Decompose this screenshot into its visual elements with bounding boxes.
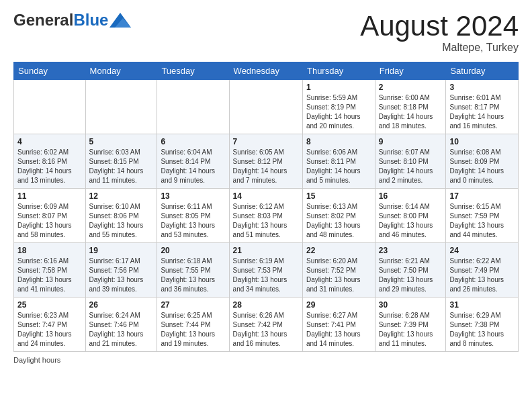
day-info: Sunrise: 6:06 AM Sunset: 8:11 PM Dayligh…: [306, 148, 371, 185]
calendar-week-3: 11Sunrise: 6:09 AM Sunset: 8:07 PM Dayli…: [14, 189, 519, 243]
calendar-week-2: 4Sunrise: 6:02 AM Sunset: 8:16 PM Daylig…: [14, 134, 519, 189]
day-number: 7: [233, 137, 299, 146]
calendar-cell: 11Sunrise: 6:09 AM Sunset: 8:07 PM Dayli…: [14, 189, 86, 243]
day-number: 8: [306, 137, 371, 146]
day-number: 17: [449, 191, 515, 201]
calendar-week-4: 18Sunrise: 6:16 AM Sunset: 7:58 PM Dayli…: [14, 243, 519, 298]
calendar-cell: [157, 80, 229, 134]
day-number: 23: [379, 246, 443, 255]
calendar-week-1: 1Sunrise: 5:59 AM Sunset: 8:19 PM Daylig…: [14, 80, 519, 134]
day-number: 28: [233, 300, 299, 310]
title-block: August 2024 Maltepe, Turkey: [360, 11, 519, 54]
calendar-cell: [14, 80, 86, 134]
calendar-cell: 6Sunrise: 6:04 AM Sunset: 8:14 PM Daylig…: [157, 134, 229, 189]
calendar-cell: 19Sunrise: 6:17 AM Sunset: 7:56 PM Dayli…: [85, 243, 157, 298]
day-number: 15: [306, 191, 371, 201]
calendar-week-5: 25Sunrise: 6:23 AM Sunset: 7:47 PM Dayli…: [14, 298, 519, 352]
calendar-cell: 1Sunrise: 5:59 AM Sunset: 8:19 PM Daylig…: [302, 80, 375, 134]
day-info: Sunrise: 6:11 AM Sunset: 8:05 PM Dayligh…: [161, 202, 225, 240]
day-info: Sunrise: 6:03 AM Sunset: 8:15 PM Dayligh…: [89, 148, 154, 185]
day-number: 27: [161, 300, 225, 310]
calendar-cell: 15Sunrise: 6:13 AM Sunset: 8:02 PM Dayli…: [302, 189, 375, 243]
day-info: Sunrise: 6:23 AM Sunset: 7:47 PM Dayligh…: [17, 311, 82, 349]
day-number: 4: [17, 137, 82, 146]
calendar-cell: 10Sunrise: 6:08 AM Sunset: 8:09 PM Dayli…: [446, 134, 519, 189]
day-info: Sunrise: 6:05 AM Sunset: 8:12 PM Dayligh…: [233, 148, 299, 185]
day-number: 13: [161, 191, 225, 201]
day-number: 21: [233, 246, 299, 255]
calendar-cell: 9Sunrise: 6:07 AM Sunset: 8:10 PM Daylig…: [375, 134, 446, 189]
day-number: 30: [379, 300, 443, 310]
day-header-monday: Monday: [85, 62, 157, 80]
calendar-cell: 28Sunrise: 6:26 AM Sunset: 7:42 PM Dayli…: [229, 298, 302, 352]
calendar-cell: 7Sunrise: 6:05 AM Sunset: 8:12 PM Daylig…: [229, 134, 302, 189]
day-info: Sunrise: 6:16 AM Sunset: 7:58 PM Dayligh…: [17, 257, 82, 294]
day-number: 3: [449, 83, 515, 92]
day-info: Sunrise: 6:07 AM Sunset: 8:10 PM Dayligh…: [379, 148, 443, 185]
calendar-cell: 23Sunrise: 6:21 AM Sunset: 7:50 PM Dayli…: [375, 243, 446, 298]
day-header-sunday: Sunday: [14, 62, 86, 80]
page: General Blue August 2024 Maltepe, Turkey…: [0, 0, 532, 411]
calendar-table: SundayMondayTuesdayWednesdayThursdayFrid…: [13, 62, 519, 352]
calendar-cell: 14Sunrise: 6:12 AM Sunset: 8:03 PM Dayli…: [229, 189, 302, 243]
calendar-cell: 12Sunrise: 6:10 AM Sunset: 8:06 PM Dayli…: [85, 189, 157, 243]
calendar-cell: 26Sunrise: 6:24 AM Sunset: 7:46 PM Dayli…: [85, 298, 157, 352]
day-info: Sunrise: 6:12 AM Sunset: 8:03 PM Dayligh…: [233, 202, 299, 240]
day-info: Sunrise: 6:24 AM Sunset: 7:46 PM Dayligh…: [89, 311, 154, 349]
calendar-cell: 2Sunrise: 6:00 AM Sunset: 8:18 PM Daylig…: [375, 80, 446, 134]
daylight-label: Daylight hours: [13, 356, 60, 364]
day-info: Sunrise: 6:00 AM Sunset: 8:18 PM Dayligh…: [379, 93, 443, 131]
day-number: 22: [306, 246, 371, 255]
calendar-header-row: SundayMondayTuesdayWednesdayThursdayFrid…: [14, 62, 519, 80]
day-info: Sunrise: 6:01 AM Sunset: 8:17 PM Dayligh…: [449, 93, 515, 131]
day-number: 24: [449, 246, 515, 255]
day-header-saturday: Saturday: [446, 62, 519, 80]
day-number: 12: [89, 191, 154, 201]
calendar-cell: 22Sunrise: 6:20 AM Sunset: 7:52 PM Dayli…: [302, 243, 375, 298]
day-header-tuesday: Tuesday: [157, 62, 229, 80]
day-info: Sunrise: 6:29 AM Sunset: 7:38 PM Dayligh…: [449, 311, 515, 349]
day-header-wednesday: Wednesday: [229, 62, 302, 80]
day-header-thursday: Thursday: [302, 62, 375, 80]
day-number: 26: [89, 300, 154, 310]
calendar-cell: [85, 80, 157, 134]
calendar-cell: 27Sunrise: 6:25 AM Sunset: 7:44 PM Dayli…: [157, 298, 229, 352]
calendar-cell: 4Sunrise: 6:02 AM Sunset: 8:16 PM Daylig…: [14, 134, 86, 189]
logo-general: General: [13, 11, 73, 30]
logo: General Blue: [13, 11, 131, 30]
day-info: Sunrise: 6:19 AM Sunset: 7:53 PM Dayligh…: [233, 257, 299, 294]
day-number: 18: [17, 246, 82, 255]
location-subtitle: Maltepe, Turkey: [360, 42, 519, 54]
day-info: Sunrise: 6:27 AM Sunset: 7:41 PM Dayligh…: [306, 311, 371, 349]
day-info: Sunrise: 6:09 AM Sunset: 8:07 PM Dayligh…: [17, 202, 82, 240]
day-header-friday: Friday: [375, 62, 446, 80]
day-number: 2: [379, 83, 443, 92]
day-info: Sunrise: 6:21 AM Sunset: 7:50 PM Dayligh…: [379, 257, 443, 294]
day-number: 9: [379, 137, 443, 146]
day-info: Sunrise: 6:15 AM Sunset: 7:59 PM Dayligh…: [449, 202, 515, 240]
calendar-cell: 25Sunrise: 6:23 AM Sunset: 7:47 PM Dayli…: [14, 298, 86, 352]
day-info: Sunrise: 6:20 AM Sunset: 7:52 PM Dayligh…: [306, 257, 371, 294]
calendar-cell: 13Sunrise: 6:11 AM Sunset: 8:05 PM Dayli…: [157, 189, 229, 243]
day-info: Sunrise: 6:17 AM Sunset: 7:56 PM Dayligh…: [89, 257, 154, 294]
day-number: 19: [89, 246, 154, 255]
day-info: Sunrise: 6:02 AM Sunset: 8:16 PM Dayligh…: [17, 148, 82, 185]
calendar-cell: 18Sunrise: 6:16 AM Sunset: 7:58 PM Dayli…: [14, 243, 86, 298]
day-info: Sunrise: 6:18 AM Sunset: 7:55 PM Dayligh…: [161, 257, 225, 294]
calendar-cell: 17Sunrise: 6:15 AM Sunset: 7:59 PM Dayli…: [446, 189, 519, 243]
day-number: 11: [17, 191, 82, 201]
calendar-cell: 30Sunrise: 6:28 AM Sunset: 7:39 PM Dayli…: [375, 298, 446, 352]
day-number: 25: [17, 300, 82, 310]
day-info: Sunrise: 6:14 AM Sunset: 8:00 PM Dayligh…: [379, 202, 443, 240]
day-number: 31: [449, 300, 515, 310]
day-info: Sunrise: 6:25 AM Sunset: 7:44 PM Dayligh…: [161, 311, 225, 349]
day-info: Sunrise: 6:22 AM Sunset: 7:49 PM Dayligh…: [449, 257, 515, 294]
day-number: 16: [379, 191, 443, 201]
calendar-cell: 3Sunrise: 6:01 AM Sunset: 8:17 PM Daylig…: [446, 80, 519, 134]
day-info: Sunrise: 6:28 AM Sunset: 7:39 PM Dayligh…: [379, 311, 443, 349]
page-title: August 2024: [360, 11, 519, 42]
day-number: 29: [306, 300, 371, 310]
calendar-cell: 16Sunrise: 6:14 AM Sunset: 8:00 PM Dayli…: [375, 189, 446, 243]
calendar-cell: [229, 80, 302, 134]
day-info: Sunrise: 6:10 AM Sunset: 8:06 PM Dayligh…: [89, 202, 154, 240]
